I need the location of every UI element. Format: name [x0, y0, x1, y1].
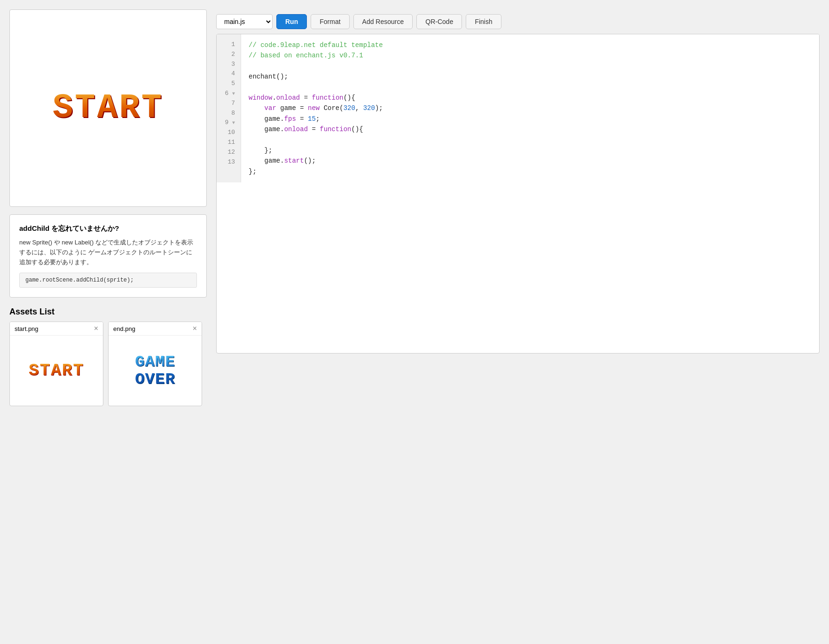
run-button[interactable]: Run	[276, 14, 307, 29]
hint-text: new Sprite() や new Label() などで生成したオブジェクト…	[19, 238, 197, 267]
ln-6: 6 ▼	[217, 89, 241, 99]
file-select[interactable]: main.js	[216, 14, 273, 29]
code-line-11: };	[249, 145, 812, 156]
hint-box: addChild を忘れていませんか? new Sprite() や new L…	[9, 214, 207, 298]
left-panel: START addChild を忘れていませんか? new Sprite() や…	[9, 9, 207, 406]
asset-close-end[interactable]: ×	[193, 325, 197, 332]
code-line-9: game.onload = function(){	[249, 124, 812, 134]
toolbar: main.js Run Format Add Resource QR-Code …	[216, 9, 820, 34]
ln-3: 3	[217, 60, 241, 70]
line-numbers: 1 2 3 4 5 6 ▼ 7 8 9 ▼ 10 11 12 13	[217, 34, 241, 182]
ln-9: 9 ▼	[217, 118, 241, 128]
asset-name-end: end.png	[113, 325, 135, 332]
asset-item-start: start.png × START	[9, 322, 103, 406]
ln-13: 13	[217, 157, 241, 167]
finish-button[interactable]: Finish	[466, 14, 501, 29]
main-layout: START addChild を忘れていませんか? new Sprite() や…	[9, 9, 820, 406]
ln-5: 5	[217, 79, 241, 89]
code-line-1: // code.9leap.net default template	[249, 40, 812, 50]
code-line-4: enchant();	[249, 71, 812, 82]
add-resource-button[interactable]: Add Resource	[353, 14, 413, 29]
start-logo: START	[53, 89, 164, 127]
ln-4: 4	[217, 69, 241, 79]
qr-code-button[interactable]: QR-Code	[416, 14, 462, 29]
code-line-7: var game = new Core(320, 320);	[249, 103, 812, 113]
ln-8: 8	[217, 109, 241, 118]
asset-preview-end: GAMEOVER	[109, 336, 202, 406]
asset-header-end: end.png ×	[109, 322, 202, 336]
assets-grid: start.png × START end.png × GAMEOVER	[9, 322, 207, 406]
editor-container[interactable]: 1 2 3 4 5 6 ▼ 7 8 9 ▼ 10 11 12 13 // cod…	[216, 34, 820, 353]
code-line-3	[249, 61, 812, 71]
code-line-6: window.onload = function(){	[249, 93, 812, 103]
code-area[interactable]: // code.9leap.net default template // ba…	[241, 34, 819, 182]
right-panel: main.js Run Format Add Resource QR-Code …	[216, 9, 820, 353]
ln-10: 10	[217, 128, 241, 138]
assets-section: Assets List start.png × START end.png	[9, 307, 207, 406]
asset-header-start: start.png ×	[10, 322, 103, 336]
asset-close-start[interactable]: ×	[94, 325, 98, 332]
asset-start-logo: START	[29, 361, 84, 380]
asset-gameover-logo: GAMEOVER	[135, 353, 175, 389]
hint-title: addChild を忘れていませんか?	[19, 224, 197, 233]
ln-1: 1	[217, 40, 241, 50]
code-line-5	[249, 82, 812, 93]
code-line-13: };	[249, 166, 812, 177]
format-button[interactable]: Format	[311, 14, 349, 29]
ln-12: 12	[217, 148, 241, 157]
code-line-8: game.fps = 15;	[249, 114, 812, 124]
preview-box: START	[9, 9, 207, 207]
code-line-12: game.start();	[249, 156, 812, 166]
asset-preview-start: START	[10, 336, 103, 406]
editor-inner: 1 2 3 4 5 6 ▼ 7 8 9 ▼ 10 11 12 13 // cod…	[217, 34, 819, 182]
ln-2: 2	[217, 50, 241, 60]
ln-11: 11	[217, 138, 241, 148]
ln-7: 7	[217, 99, 241, 109]
asset-name-start: start.png	[15, 325, 39, 332]
hint-code: game.rootScene.addChild(sprite);	[19, 273, 197, 288]
code-line-10	[249, 135, 812, 145]
code-line-2: // based on enchant.js v0.7.1	[249, 50, 812, 61]
asset-item-end: end.png × GAMEOVER	[108, 322, 202, 406]
assets-title: Assets List	[9, 307, 207, 317]
